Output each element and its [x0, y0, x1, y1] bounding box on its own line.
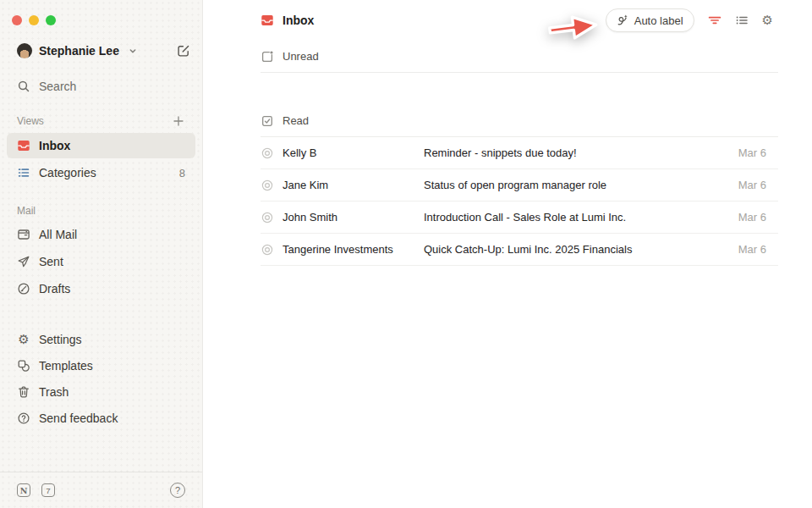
search-label: Search [39, 80, 76, 93]
sidebar-item-label: Trash [39, 385, 69, 399]
views-caption: Views [17, 115, 172, 127]
mail-caption: Mail [17, 205, 185, 217]
inbox-icon [261, 14, 274, 27]
unread-icon [261, 50, 274, 64]
sidebar-item-sent[interactable]: Sent [7, 249, 195, 274]
categories-count: 8 [179, 167, 185, 179]
sidebar-item-all-mail[interactable]: All Mail [7, 222, 195, 247]
main-panel: Inbox Auto label ⚙ [203, 0, 812, 508]
read-status-icon [261, 243, 274, 257]
section-gap [203, 73, 812, 105]
email-date: Mar 6 [738, 243, 778, 256]
read-status-icon [261, 179, 274, 192]
avatar [17, 43, 32, 58]
sidebar: Stephanie Lee Search Views Inbox [0, 0, 203, 508]
email-date: Mar 6 [738, 211, 778, 224]
read-status-icon [261, 146, 274, 160]
inbox-icon [17, 139, 30, 152]
sidebar-item-categories[interactable]: Categories 8 [7, 160, 195, 185]
close-window-button[interactable] [12, 15, 22, 25]
sidebar-item-drafts[interactable]: Drafts [7, 276, 195, 301]
header-controls: Auto label ⚙ [606, 8, 773, 32]
email-sender: Jane Kim [283, 179, 415, 191]
zoom-window-button[interactable] [46, 15, 56, 25]
sidebar-item-label: Templates [39, 359, 93, 373]
tools-group: ⚙ Settings Templates Trash Send feedback [0, 326, 202, 432]
filter-icon[interactable] [708, 14, 721, 27]
add-view-button[interactable] [172, 114, 185, 128]
section-header-read[interactable]: Read [261, 105, 778, 137]
section-label: Unread [283, 50, 319, 63]
email-subject: Introduction Call - Sales Role at Lumi I… [424, 211, 730, 224]
section-header-unread[interactable]: Unread [261, 41, 778, 73]
page-title: Inbox [283, 14, 314, 27]
email-sender: John Smith [283, 211, 415, 224]
section-label: Read [283, 114, 309, 127]
read-checkbox-icon [261, 114, 274, 128]
compose-button[interactable] [177, 44, 190, 58]
views-section-header: Views [17, 114, 185, 128]
sidebar-item-label: Sent [39, 255, 63, 268]
email-subject: Reminder - snippets due today! [424, 146, 730, 159]
email-row[interactable]: Kelly B Reminder - snippets due today! M… [261, 137, 778, 169]
minimize-window-button[interactable] [29, 15, 39, 25]
account-name: Stephanie Lee [39, 44, 119, 58]
email-date: Mar 6 [738, 146, 778, 159]
sidebar-item-trash[interactable]: Trash [7, 379, 195, 405]
templates-icon [17, 359, 30, 373]
email-row[interactable]: Tangerine Investments Quick Catch-Up: Lu… [261, 234, 778, 266]
email-subject: Status of open program manager role [424, 179, 730, 191]
email-row[interactable]: John Smith Introduction Call - Sales Rol… [261, 202, 778, 234]
sidebar-item-label: Send feedback [39, 411, 118, 425]
help-button[interactable]: ? [170, 483, 185, 498]
calendar-button[interactable]: 7 [41, 483, 55, 497]
list-view-icon[interactable] [735, 14, 749, 27]
sidebar-item-inbox[interactable]: Inbox [7, 133, 195, 158]
sidebar-item-label: All Mail [39, 228, 77, 241]
sidebar-item-label: Inbox [39, 139, 70, 152]
sidebar-item-templates[interactable]: Templates [7, 353, 195, 378]
trash-icon [17, 385, 30, 399]
mail-section-header: Mail [17, 205, 185, 217]
sidebar-item-label: Drafts [39, 282, 70, 295]
sidebar-item-settings[interactable]: ⚙ Settings [7, 327, 195, 352]
search-button[interactable]: Search [17, 80, 185, 93]
email-row[interactable]: Jane Kim Status of open program manager … [261, 169, 778, 202]
sidebar-item-label: Categories [39, 166, 96, 179]
categories-icon [17, 166, 30, 179]
window-controls [0, 0, 202, 25]
auto-label-button[interactable]: Auto label [606, 8, 694, 32]
chevron-down-icon [126, 44, 140, 58]
sidebar-item-label: Settings [39, 333, 82, 346]
notion-logo-button[interactable]: N [17, 483, 30, 497]
main-header: Inbox Auto label ⚙ [203, 0, 812, 41]
question-circle-icon [17, 411, 30, 425]
title-group: Inbox [261, 14, 314, 27]
account-switcher[interactable]: Stephanie Lee [17, 43, 190, 58]
all-mail-icon [17, 228, 30, 241]
sidebar-item-send-feedback[interactable]: Send feedback [7, 406, 195, 431]
drafts-icon [17, 282, 30, 295]
email-sender: Kelly B [283, 146, 415, 159]
email-subject: Quick Catch-Up: Lumi Inc. 2025 Financial… [424, 243, 730, 256]
email-date: Mar 6 [738, 179, 778, 191]
gear-icon: ⚙ [17, 333, 30, 346]
sent-icon [17, 255, 30, 268]
auto-label-icon [615, 14, 628, 27]
settings-gear-icon[interactable]: ⚙ [762, 14, 773, 27]
email-sender: Tangerine Investments [283, 243, 415, 256]
search-icon [17, 80, 30, 93]
sidebar-footer: N 7 ? [0, 472, 202, 508]
auto-label-label: Auto label [634, 14, 683, 27]
read-status-icon [261, 211, 274, 224]
